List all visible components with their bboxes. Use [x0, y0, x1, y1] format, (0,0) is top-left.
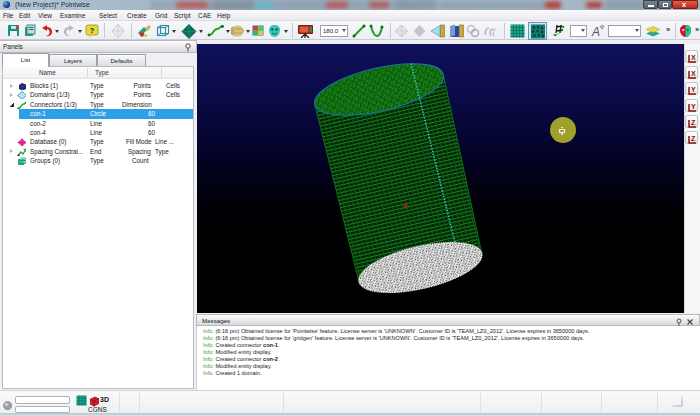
- svg-text:Y: Y: [691, 103, 696, 110]
- svg-text:X: X: [691, 54, 696, 61]
- svg-text:Z: Z: [691, 119, 696, 126]
- svg-text:A: A: [591, 25, 600, 38]
- svg-text:Z: Z: [691, 135, 696, 142]
- svg-text:Y: Y: [691, 86, 696, 93]
- svg-text:?: ?: [90, 26, 95, 35]
- svg-text:X: X: [691, 70, 696, 77]
